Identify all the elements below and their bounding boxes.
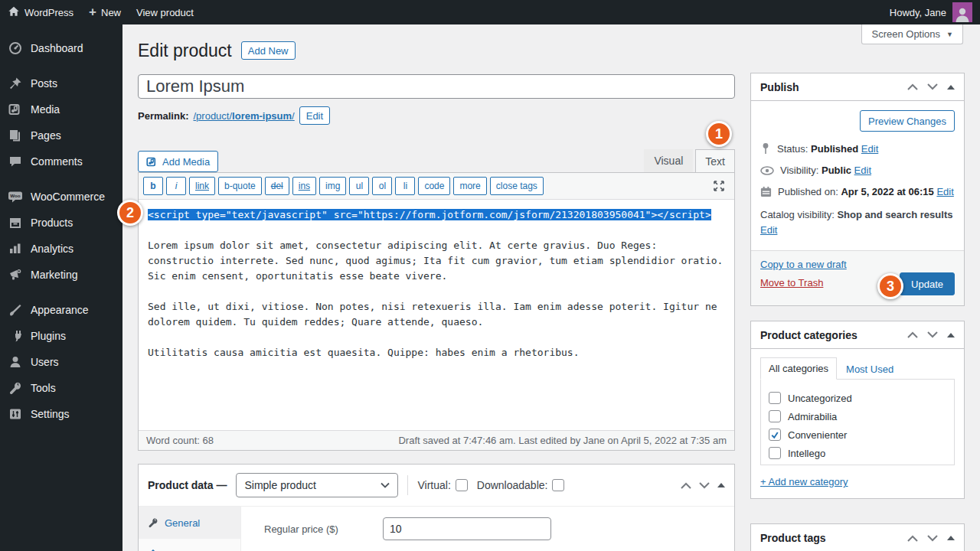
annotation-step-1: 1 [706,121,732,147]
publish-box-title: Publish [760,81,799,93]
brush-icon [8,303,23,317]
site-menu[interactable]: WordPress [0,0,81,24]
chevron-down-icon [381,482,390,488]
order-up-icon[interactable] [907,83,918,90]
update-button[interactable]: Update [900,272,955,295]
qt-ul-button[interactable]: ul [349,177,369,195]
permalink-edit-button[interactable]: Edit [299,106,330,125]
text-editor: b i link b-quote del ins img ul ol li co… [138,172,735,451]
category-checkbox[interactable] [769,410,781,422]
product-title-input[interactable] [138,74,735,99]
tags-box-title: Product tags [760,532,826,544]
category-checkbox[interactable] [769,429,781,441]
pin-icon [8,77,23,90]
sidebar-item-plugins[interactable]: Plugins [0,323,122,349]
sidebar-item-pages[interactable]: Pages [0,122,122,148]
downloadable-label: Downloadable: [477,479,548,491]
order-up-icon[interactable] [907,535,918,542]
order-down-icon[interactable] [699,482,710,489]
qt-closetags-button[interactable]: close tags [490,177,544,195]
qt-bquote-button[interactable]: b-quote [218,177,262,195]
permalink-label: Permalink: [138,110,188,122]
category-item: Admirabilia [769,407,954,425]
qt-ins-button[interactable]: ins [292,177,316,195]
edit-visibility-link[interactable]: Edit [854,165,871,176]
downloadable-checkbox[interactable] [552,479,564,491]
category-checkbox[interactable] [769,392,781,404]
sidebar-item-appearance[interactable]: Appearance [0,297,122,323]
sidebar-item-users[interactable]: Users [0,349,122,375]
order-up-icon[interactable] [681,482,691,489]
sidebar-item-analytics[interactable]: Analytics [0,236,122,262]
sidebar-item-tools[interactable]: Tools [0,375,122,401]
sidebar-item-comments[interactable]: Comments [0,148,122,174]
sidebar-item-dashboard[interactable]: Dashboard [0,35,122,61]
edit-published-link[interactable]: Edit [936,186,953,197]
add-media-button[interactable]: Add Media [138,151,218,172]
publish-box: Publish Preview Changes Status: Publishe… [750,73,965,306]
edit-catalog-link[interactable]: Edit [760,224,777,236]
sidebar-item-products[interactable]: Products [0,210,122,236]
product-type-select[interactable]: Simple product [236,473,398,497]
order-down-icon[interactable] [927,535,938,542]
order-down-icon[interactable] [927,331,938,338]
sidebar-item-settings[interactable]: Settings [0,401,122,427]
view-product-menu[interactable]: View product [129,0,201,24]
qt-bold-button[interactable]: b [143,177,163,195]
virtual-checkbox[interactable] [456,479,468,491]
tab-text[interactable]: Text [695,149,735,172]
qt-code-button[interactable]: code [418,177,450,195]
tab-visual[interactable]: Visual [644,149,693,172]
copy-draft-link[interactable]: Copy to a new draft [760,259,955,270]
collapse-icon[interactable] [947,333,955,337]
qt-del-button[interactable]: del [265,177,289,195]
sidebar-item-media[interactable]: Media [0,96,122,122]
avatar[interactable] [952,2,972,22]
order-down-icon[interactable] [927,83,938,90]
tab-most-used[interactable]: Most Used [837,359,903,380]
collapse-icon[interactable] [947,85,955,90]
collapse-icon[interactable] [717,483,725,487]
wrench-icon [8,381,23,395]
plus-icon: + [89,5,96,20]
fullscreen-icon[interactable] [713,180,725,192]
order-up-icon[interactable] [907,331,918,338]
sidebar-item-woocommerce[interactable]: Woo WooCommerce [0,184,122,210]
editor-paragraph: Lorem ipsum dolor sit amet, consectetur … [148,238,725,284]
products-icon [8,216,23,230]
sidebar-item-posts[interactable]: Posts [0,70,122,96]
editor-textarea[interactable]: <script type="text/javascript" src="http… [139,200,734,430]
category-item: Intellego [769,444,954,462]
edit-status-link[interactable]: Edit [861,143,878,155]
product-data-title: Product data — [148,479,227,491]
qt-link-button[interactable]: link [189,177,215,195]
new-menu[interactable]: + New [81,0,129,24]
regular-price-input[interactable] [383,517,551,540]
preview-changes-button[interactable]: Preview Changes [860,110,955,132]
product-tags-box: Product tags [750,523,965,551]
tab-inventory[interactable]: Inventory [139,539,240,551]
user-icon [8,355,23,369]
plug-icon [8,329,23,343]
annotation-step-3: 3 [877,273,903,299]
screen-options-button[interactable]: Screen Options ▼ [861,24,963,44]
add-new-button[interactable]: Add New [241,41,296,60]
qt-ol-button[interactable]: ol [372,177,392,195]
permalink-url[interactable]: /product/lorem-ipsum/ [193,110,294,122]
analytics-icon [8,242,23,256]
word-count: Word count: 68 [146,435,214,446]
tab-general[interactable]: General [139,507,240,539]
tab-all-categories[interactable]: All categories [760,357,837,380]
category-checkbox[interactable] [769,447,781,459]
collapse-icon[interactable] [947,536,955,540]
comments-icon [8,155,23,168]
qt-li-button[interactable]: li [395,177,415,195]
qt-img-button[interactable]: img [319,177,346,195]
add-new-category-link[interactable]: + Add new category [760,476,848,487]
product-categories-box: Product categories All categories Most U… [750,321,965,499]
sidebar-item-marketing[interactable]: Marketing [0,262,122,288]
howdy-text[interactable]: Howdy, Jane [890,7,946,18]
qt-italic-button[interactable]: i [166,177,186,195]
qt-more-button[interactable]: more [453,177,486,195]
admin-bar: WordPress + New View product Howdy, Jane [0,0,980,24]
